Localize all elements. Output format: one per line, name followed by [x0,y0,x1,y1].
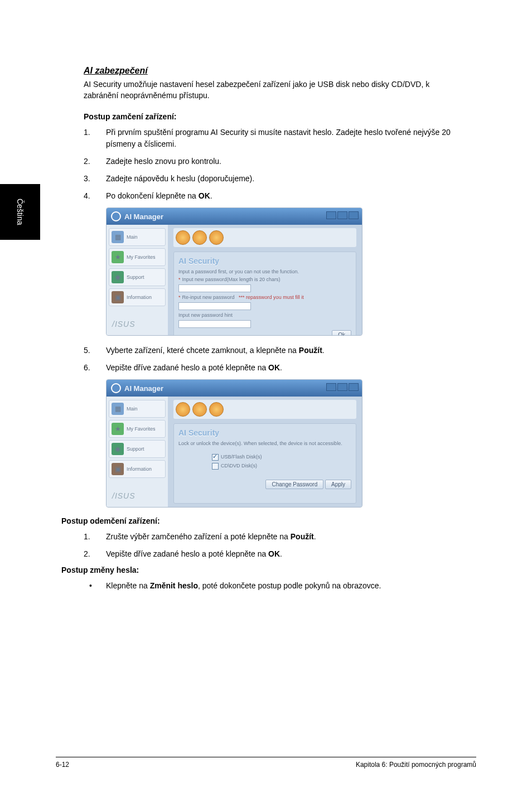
language-label: Čeština [16,199,25,225]
main-icon: ▦ [112,231,124,243]
favorites-icon: ★ [112,251,124,263]
page-content: AI zabezpečení AI Security umožňuje nast… [84,66,452,597]
sidebar-item-main[interactable]: ▦Main [109,400,166,418]
close-button[interactable] [349,383,359,391]
toolbar-icon-1[interactable] [176,402,190,417]
screenshot-password-setup: AI Manager ▦Main ★My Favorites ◉Support … [106,207,362,336]
main-panel: AI Security Lock or unlock the device(s)… [168,397,362,507]
instruction-text: Input a password first, or you can not u… [178,269,351,274]
app-title: AI Manager [124,384,163,393]
sidebar-item-support[interactable]: ◉Support [109,268,166,286]
window-buttons [326,211,359,219]
information-icon: ▣ [112,463,124,475]
toolbar [173,228,356,247]
cddvd-checkbox-row: CD\DVD Disk(s) [212,463,351,470]
security-panel: AI Security Lock or unlock the device(s)… [173,423,356,504]
sidebar: ▦Main ★My Favorites ◉Support ▣Informatio… [107,225,168,336]
chapter-title: Kapitola 6: Použití pomocných programů [356,761,476,769]
password-input[interactable] [178,284,251,292]
maximize-button[interactable] [337,383,347,391]
app-title: AI Manager [124,212,163,221]
step-5: 5.Vyberte zařízení, které chcete zamknou… [84,345,452,356]
change-password-button[interactable]: Change Password [265,480,323,489]
password-label: *Input new password(Max length is 20 cha… [178,277,351,282]
support-icon: ◉ [112,443,124,455]
toolbar-icon-1[interactable] [176,230,190,245]
intro-paragraph: AI Security umožňuje nastavení hesel zab… [84,79,452,101]
brand-logo: /ISUS [109,308,166,332]
panel-title: AI Security [178,428,351,437]
information-icon: ▣ [112,291,124,303]
security-panel: AI Security Input a password first, or y… [173,252,356,336]
change-step: •Klepněte na Změnit heslo, poté dokončet… [84,580,452,592]
minimize-button[interactable] [326,211,336,219]
ok-button[interactable]: Ok [332,330,351,336]
apply-button[interactable]: Apply [325,480,351,489]
main-icon: ▦ [112,403,124,415]
lock-heading: Postup zamčení zařízení: [84,112,452,121]
minimize-button[interactable] [326,383,336,391]
unlock-heading: Postup odemčení zařízení: [61,516,452,525]
repassword-input[interactable] [178,302,251,310]
sidebar-item-information[interactable]: ▣Information [109,460,166,478]
hint-label: Input new password hint [178,312,351,318]
step-1: 1.Při prvním spuštění programu AI Securi… [84,127,452,150]
unlock-steps: 1.Zrušte výběr zamčeného zařízení a poté… [84,531,452,560]
change-steps: •Klepněte na Změnit heslo, poté dokončet… [84,580,452,592]
panel-title: AI Security [178,257,351,265]
unlock-step-2: 2.Vepište dříve zadané heslo a poté klep… [84,548,452,560]
window-buttons [326,383,359,391]
cddvd-checkbox[interactable] [212,463,219,470]
usb-checkbox[interactable] [212,454,219,461]
sidebar-item-support[interactable]: ◉Support [109,440,166,458]
change-heading: Postup změny hesla: [61,566,452,574]
section-title: AI zabezpečení [84,66,452,76]
step-6: 6.Vepište dříve zadané heslo a poté klep… [84,362,452,374]
page-footer: 6-12 Kapitola 6: Použití pomocných progr… [56,757,476,769]
window-titlebar: AI Manager [107,380,362,397]
toolbar-icon-3[interactable] [209,402,224,417]
sidebar-item-favorites[interactable]: ★My Favorites [109,248,166,266]
support-icon: ◉ [112,271,124,283]
app-logo-icon [111,383,121,393]
app-logo-icon [111,211,121,221]
language-tab: Čeština [0,184,40,240]
toolbar [173,400,356,419]
favorites-icon: ★ [112,423,124,435]
toolbar-icon-2[interactable] [192,230,207,245]
sidebar: ▦Main ★My Favorites ◉Support ▣Informatio… [107,397,168,507]
step-3: 3.Zadejte nápovědu k heslu (doporučujeme… [84,173,452,185]
page-number: 6-12 [56,761,69,769]
hint-input[interactable] [178,320,251,328]
screenshot-device-lock: AI Manager ▦Main ★My Favorites ◉Support … [106,379,362,508]
lock-steps-1-4: 1.Při prvním spuštění programu AI Securi… [84,127,452,202]
sidebar-item-main[interactable]: ▦Main [109,228,166,246]
repassword-warning: *** repassword you must fill it [239,294,304,300]
toolbar-icon-2[interactable] [192,402,207,417]
toolbar-icon-3[interactable] [209,230,224,245]
maximize-button[interactable] [337,211,347,219]
step-2: 2.Zadejte heslo znovu pro kontrolu. [84,156,452,167]
window-titlebar: AI Manager [107,208,362,225]
sidebar-item-information[interactable]: ▣Information [109,288,166,306]
step-4: 4.Po dokončení klepněte na OK. [84,190,452,202]
usb-checkbox-row: USB/Flash Disk(s) [212,454,351,461]
lock-steps-5-6: 5.Vyberte zařízení, které chcete zamknou… [84,345,452,374]
unlock-step-1: 1.Zrušte výběr zamčeného zařízení a poté… [84,531,452,543]
instruction-text: Lock or unlock the device(s). When selec… [178,441,351,446]
main-panel: AI Security Input a password first, or y… [168,225,362,336]
brand-logo: /ISUS [109,480,166,504]
close-button[interactable] [349,211,359,219]
sidebar-item-favorites[interactable]: ★My Favorites [109,420,166,438]
repassword-row: *Re-input new password *** repassword yo… [178,294,351,300]
